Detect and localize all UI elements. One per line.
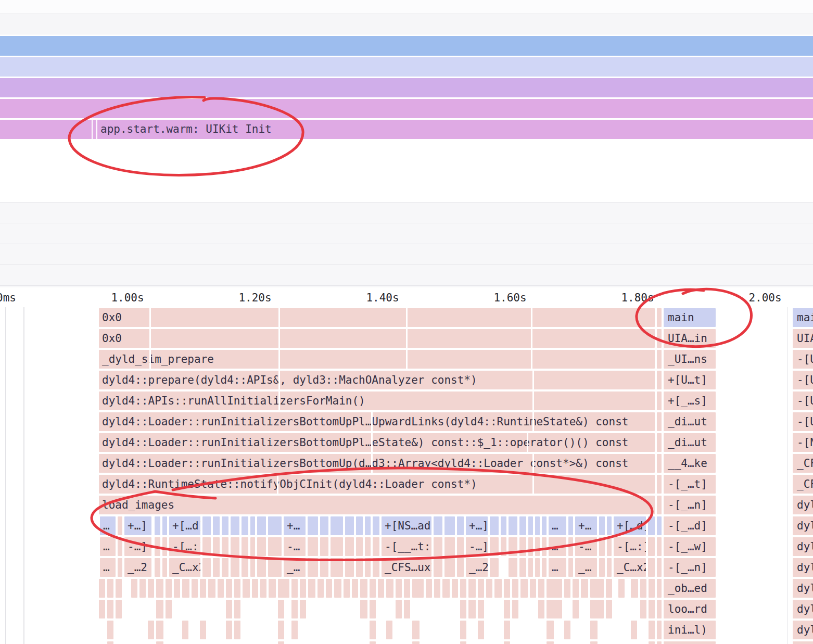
flame-bar[interactable] bbox=[155, 537, 160, 556]
flame-bar[interactable] bbox=[444, 558, 455, 577]
flame-mini-bar[interactable] bbox=[370, 641, 376, 644]
flame-mini-bar[interactable] bbox=[226, 621, 232, 639]
flame-mini-bar[interactable] bbox=[564, 579, 570, 598]
stack-bar[interactable]: -[U bbox=[793, 371, 813, 389]
flame-mini-bar[interactable] bbox=[107, 600, 113, 618]
flame-mini-bar[interactable] bbox=[182, 579, 189, 598]
flame-bar[interactable] bbox=[365, 516, 371, 535]
flame-bar-sliver[interactable] bbox=[657, 454, 662, 473]
stack-bar[interactable]: ini…l) bbox=[664, 621, 716, 639]
flame-bar[interactable] bbox=[331, 537, 343, 556]
flame-mini-bar[interactable] bbox=[156, 621, 163, 639]
flame-bar-sliver[interactable] bbox=[657, 600, 662, 618]
flame-mini-bar[interactable] bbox=[512, 600, 518, 618]
flame-bar[interactable]: … bbox=[100, 516, 116, 535]
flame-mini-bar[interactable] bbox=[99, 600, 105, 618]
flame-bar-sliver[interactable] bbox=[657, 371, 662, 389]
flame-mini-bar[interactable] bbox=[200, 579, 206, 598]
flame-bar[interactable] bbox=[373, 516, 379, 535]
flame-bar[interactable] bbox=[519, 516, 526, 535]
flame-bar[interactable] bbox=[222, 537, 228, 556]
flame-mini-bar[interactable] bbox=[291, 579, 298, 598]
flame-bar[interactable] bbox=[535, 558, 540, 577]
flame-mini-bar[interactable] bbox=[504, 621, 510, 639]
flame-mini-bar[interactable] bbox=[291, 621, 298, 639]
flame-bar[interactable] bbox=[501, 537, 506, 556]
flame-bar[interactable] bbox=[444, 516, 455, 535]
flame-bar[interactable]: -… bbox=[284, 537, 306, 556]
flame-bar[interactable]: dyld4::RuntimeState::notifyObjCInit(dyld… bbox=[99, 475, 655, 494]
flame-bar[interactable]: dyld4::Loader::runInitializersBottomUpPl… bbox=[99, 433, 655, 452]
flame-mini-bar[interactable] bbox=[208, 579, 215, 598]
flame-bar[interactable]: _CFS…ux2 bbox=[382, 558, 431, 577]
flame-mini-bar[interactable] bbox=[547, 621, 554, 639]
flame-mini-bar[interactable] bbox=[590, 641, 598, 644]
flame-bar[interactable]: dyld4::Loader::runInitializersBottomUpPl… bbox=[99, 412, 655, 431]
flame-bar[interactable]: dyld4::APIs::runAllInitializersForMain() bbox=[99, 392, 655, 410]
flame-bar[interactable]: -… bbox=[575, 537, 597, 556]
flame-mini-bar[interactable] bbox=[478, 621, 484, 639]
flame-bar[interactable] bbox=[490, 537, 499, 556]
flame-mini-bar[interactable] bbox=[640, 579, 646, 598]
flame-mini-bar[interactable] bbox=[386, 579, 393, 598]
flame-mini-bar[interactable] bbox=[547, 579, 562, 598]
stack-bar[interactable]: -[_…w] bbox=[664, 537, 716, 556]
flame-bar[interactable] bbox=[568, 537, 573, 556]
flame-bar[interactable] bbox=[607, 537, 612, 556]
flame-mini-bar[interactable] bbox=[649, 641, 655, 644]
stack-bar[interactable]: dyl bbox=[793, 579, 813, 598]
flame-mini-bar[interactable] bbox=[269, 579, 276, 598]
flame-bar[interactable] bbox=[308, 558, 318, 577]
flame-mini-bar[interactable] bbox=[486, 579, 492, 598]
flame-bar[interactable] bbox=[257, 516, 266, 535]
flame-mini-bar[interactable] bbox=[148, 621, 154, 639]
flame-mini-bar[interactable] bbox=[166, 600, 172, 618]
stack-bar[interactable]: _di…ut bbox=[664, 412, 716, 431]
flame-bar[interactable] bbox=[242, 558, 248, 577]
flame-bar[interactable]: … bbox=[549, 558, 566, 577]
flame-mini-bar[interactable] bbox=[494, 579, 502, 598]
stack-bar[interactable]: dyl bbox=[793, 516, 813, 535]
stack-bar[interactable]: _di…ut bbox=[664, 433, 716, 452]
flame-mini-bar[interactable] bbox=[252, 579, 258, 598]
flame-mini-bar[interactable] bbox=[396, 579, 402, 598]
stack-bar[interactable]: +[_…s] bbox=[664, 392, 716, 410]
flame-bar[interactable] bbox=[509, 537, 517, 556]
flame-bar[interactable] bbox=[118, 558, 122, 577]
flame-bar[interactable] bbox=[519, 558, 526, 577]
flame-bar[interactable] bbox=[607, 516, 612, 535]
flame-mini-bar[interactable] bbox=[116, 600, 122, 618]
stack-bar[interactable] bbox=[793, 641, 813, 644]
flame-mini-bar[interactable] bbox=[649, 621, 655, 639]
flame-mini-bar[interactable] bbox=[300, 600, 306, 618]
flame-bar[interactable]: _dyld_sim_prepare bbox=[99, 350, 655, 369]
flame-mini-bar[interactable] bbox=[107, 579, 113, 598]
flame-bar[interactable] bbox=[648, 516, 655, 535]
flame-mini-bar[interactable] bbox=[99, 579, 105, 598]
flame-mini-bar[interactable] bbox=[291, 600, 298, 618]
flame-bar[interactable]: +…] bbox=[124, 516, 151, 535]
stack-bar[interactable]: -[U bbox=[793, 412, 813, 431]
flame-bar[interactable] bbox=[501, 516, 506, 535]
flame-mini-bar[interactable] bbox=[260, 579, 266, 598]
flame-bar[interactable] bbox=[345, 537, 354, 556]
flame-bar-sliver[interactable] bbox=[657, 621, 662, 639]
flame-bar[interactable] bbox=[365, 537, 371, 556]
flame-mini-bar[interactable] bbox=[300, 579, 306, 598]
flame-bar[interactable] bbox=[356, 537, 363, 556]
flame-mini-bar[interactable] bbox=[344, 579, 350, 598]
flame-bar-sliver[interactable] bbox=[657, 329, 662, 348]
flame-bar[interactable] bbox=[519, 537, 526, 556]
flame-bar[interactable] bbox=[568, 516, 573, 535]
flame-bar[interactable] bbox=[356, 558, 363, 577]
flame-bar[interactable]: … bbox=[100, 558, 116, 577]
flame-mini-bar[interactable] bbox=[334, 579, 341, 598]
flame-mini-bar[interactable] bbox=[139, 579, 146, 598]
flame-bar[interactable] bbox=[222, 558, 228, 577]
flame-mini-bar[interactable] bbox=[370, 579, 376, 598]
flame-bar[interactable] bbox=[607, 558, 612, 577]
flame-mini-bar[interactable] bbox=[504, 600, 510, 618]
stack-bar[interactable]: main bbox=[664, 308, 716, 327]
flame-bar[interactable] bbox=[202, 516, 211, 535]
flame-bar[interactable] bbox=[257, 537, 266, 556]
